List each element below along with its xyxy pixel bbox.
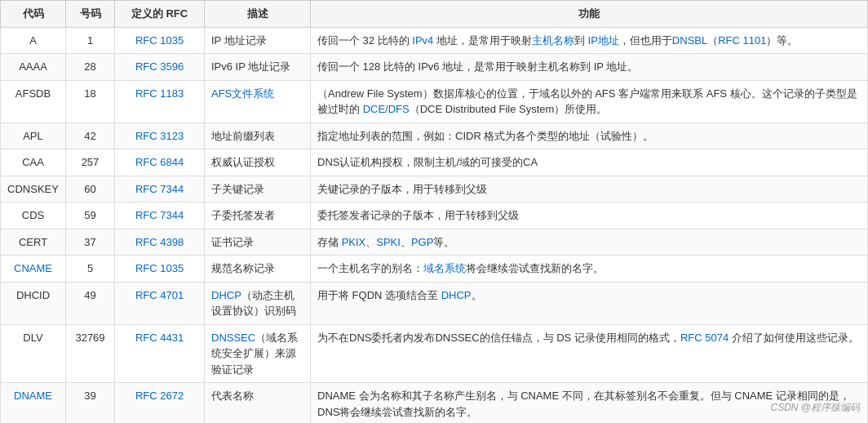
rfc-link[interactable]: RFC 7344 [135,183,184,195]
cell-rfc: RFC 7344 [115,203,205,229]
cell-rfc: RFC 1035 [115,27,205,54]
cell-code: A [1,27,66,54]
cell-rfc: RFC 7344 [115,176,205,203]
table-row: AFSDB18RFC 1183AFS文件系统（Andrew File Syste… [1,80,868,122]
cell-number: 37 [66,229,115,256]
cell-code: AFSDB [1,80,66,122]
cell-description: 子委托签发者 [205,203,311,229]
table-row: DNAME39RFC 2672代表名称DNAME 会为名称和其子名称产生别名，与… [1,383,868,424]
cell-number: 32769 [66,324,115,383]
cell-function: 传回一个 128 比特的 IPv6 地址，是常用于映射主机名称到 IP 地址。 [311,54,868,81]
cell-description: IP 地址记录 [205,27,311,54]
rfc-link[interactable]: RFC 3123 [135,130,184,142]
cell-function: 传回一个 32 比特的 IPv4 地址，是常用于映射主机名称到 IP地址，但也用… [311,27,868,54]
code-link[interactable]: CNAME [14,262,52,274]
rfc-link[interactable]: RFC 1035 [135,34,184,47]
cell-description: IPv6 IP 地址记录 [205,54,311,81]
rfc-link[interactable]: RFC 1183 [135,87,184,100]
cell-number: 60 [66,176,115,203]
dns-records-table: 代码 号码 定义的 RFC 描述 功能 A1RFC 1035IP 地址记录传回一… [0,0,868,423]
cell-function: （Andrew File System）数据库核心的位置，于域名以外的 AFS … [311,80,868,122]
rfc-link[interactable]: RFC 4701 [135,289,184,301]
cell-description: 证书记录 [205,229,311,256]
cell-code: CERT [1,229,66,256]
cell-rfc: RFC 2672 [115,383,205,424]
cell-rfc: RFC 1035 [115,256,205,283]
cell-rfc: RFC 4701 [115,282,205,324]
cell-description: 子关键记录 [205,176,311,203]
col-header-code: 代码 [1,1,66,28]
cell-number: 5 [66,256,115,283]
cell-description: DHCP（动态主机设置协议）识别码 [205,282,311,324]
cell-code: AAAA [1,54,66,81]
table-row: CDNSKEY60RFC 7344子关键记录关键记录的子版本，用于转移到父级 [1,176,868,203]
table-row: A1RFC 1035IP 地址记录传回一个 32 比特的 IPv4 地址，是常用… [1,27,868,54]
table-row: APL42RFC 3123地址前缀列表指定地址列表的范围，例如：CIDR 格式为… [1,122,868,149]
table-row: CDS59RFC 7344子委托签发者委托签发者记录的子版本，用于转移到父级 [1,203,868,229]
cell-number: 59 [66,203,115,229]
cell-function: DNS认证机构授权，限制主机/域的可接受的CA [311,149,868,176]
table-row: DLV32769RFC 4431DNSSEC（域名系统安全扩展）来源验证记录为不… [1,324,868,383]
cell-description: 地址前缀列表 [205,122,311,149]
cell-description: 规范名称记录 [205,256,311,283]
cell-number: 28 [66,54,115,81]
cell-rfc: RFC 4398 [115,229,205,256]
rfc-link[interactable]: RFC 1035 [135,262,184,274]
rfc-link[interactable]: RFC 7344 [135,209,184,221]
col-header-function: 功能 [311,1,868,28]
cell-function: 指定地址列表的范围，例如：CIDR 格式为各个类型的地址（试验性）。 [311,122,868,149]
cell-description: AFS文件系统 [205,80,311,122]
cell-code: CDS [1,203,66,229]
cell-function: 为不在DNS委托者内发布DNSSEC的信任锚点，与 DS 记录使用相同的格式，R… [311,324,868,383]
rfc-link[interactable]: RFC 6844 [135,156,184,168]
cell-description: 代表名称 [205,383,311,424]
cell-code: CNAME [1,256,66,283]
watermark: CSDN @程序猿编码 [770,401,860,415]
rfc-link[interactable]: RFC 4398 [135,236,184,248]
cell-rfc: RFC 4431 [115,324,205,383]
cell-rfc: RFC 1183 [115,80,205,122]
table-row: CAA257RFC 6844权威认证授权DNS认证机构授权，限制主机/域的可接受… [1,149,868,176]
cell-function: 用于将 FQDN 选项结合至 DHCP。 [311,282,868,324]
cell-number: 42 [66,122,115,149]
cell-function: 一个主机名字的别名：域名系统将会继续尝试查找新的名字。 [311,256,868,283]
code-link[interactable]: DNAME [14,390,52,402]
table-row: DHCID49RFC 4701DHCP（动态主机设置协议）识别码用于将 FQDN… [1,282,868,324]
table-row: CNAME5RFC 1035规范名称记录一个主机名字的别名：域名系统将会继续尝试… [1,256,868,283]
cell-code: DLV [1,324,66,383]
table-row: AAAA28RFC 3596IPv6 IP 地址记录传回一个 128 比特的 I… [1,54,868,81]
col-header-rfc: 定义的 RFC [115,1,205,28]
cell-function: 存储 PKIX、SPKI、PGP等。 [311,229,868,256]
rfc-link[interactable]: RFC 2672 [135,390,184,402]
cell-code: CDNSKEY [1,176,66,203]
cell-code: CAA [1,149,66,176]
cell-function: 关键记录的子版本，用于转移到父级 [311,176,868,203]
cell-number: 49 [66,282,115,324]
cell-rfc: RFC 6844 [115,149,205,176]
cell-code: APL [1,122,66,149]
cell-number: 257 [66,149,115,176]
rfc-link[interactable]: RFC 3596 [135,60,184,73]
table-row: CERT37RFC 4398证书记录存储 PKIX、SPKI、PGP等。 [1,229,868,256]
rfc-link[interactable]: RFC 4431 [135,332,184,344]
cell-description: 权威认证授权 [205,149,311,176]
cell-description: DNSSEC（域名系统安全扩展）来源验证记录 [205,324,311,383]
col-header-number: 号码 [66,1,115,28]
cell-number: 39 [66,383,115,424]
cell-function: 委托签发者记录的子版本，用于转移到父级 [311,203,868,229]
cell-code: DHCID [1,282,66,324]
cell-rfc: RFC 3596 [115,54,205,81]
cell-number: 1 [66,27,115,54]
cell-number: 18 [66,80,115,122]
col-header-desc: 描述 [205,1,311,28]
cell-code: DNAME [1,383,66,424]
cell-rfc: RFC 3123 [115,122,205,149]
